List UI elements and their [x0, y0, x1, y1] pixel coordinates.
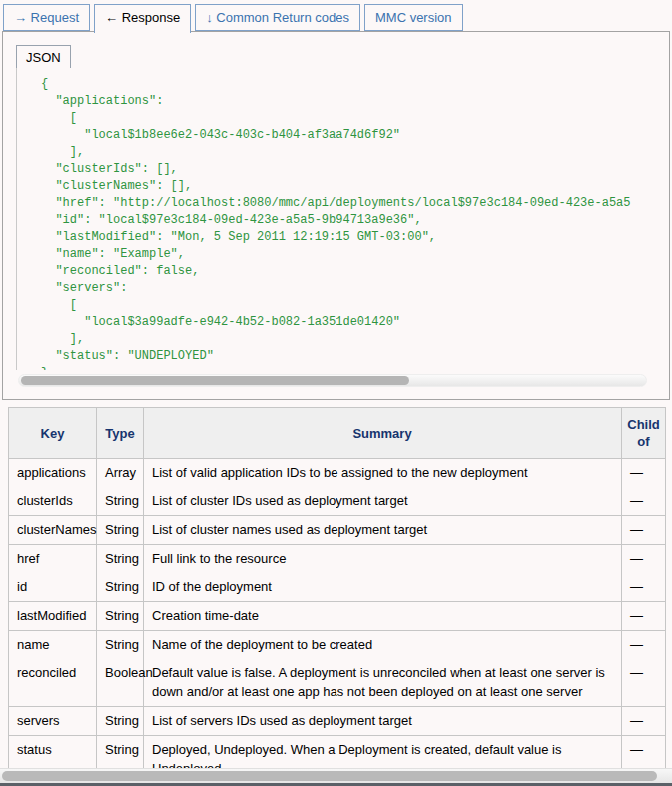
cell-summary: ID of the deployment	[144, 573, 622, 602]
tab-request[interactable]: → Request	[3, 4, 90, 31]
cell-summary: Full link to the resource	[144, 545, 622, 574]
code-line: "servers":	[41, 280, 653, 297]
table-row: clusterIdsStringList of cluster IDs used…	[9, 487, 666, 516]
page-horizontal-scrollbar[interactable]	[0, 768, 672, 783]
tab-mmc-version[interactable]: MMC version	[364, 4, 463, 31]
code-line: [	[41, 110, 653, 127]
cell-summary: Default value is false. A deployment is …	[144, 659, 622, 707]
table-row: reconciledBooleanDefault value is false.…	[9, 659, 666, 707]
code-line: "href": "http://localhost:8080/mmc/api/d…	[41, 195, 653, 212]
cell-child-of: —	[622, 659, 666, 707]
table-row: applicationsArrayList of valid applicati…	[9, 459, 666, 488]
table-row: clusterNamesStringList of cluster names …	[9, 516, 666, 545]
table-row: idStringID of the deployment—	[9, 573, 666, 602]
tab-response[interactable]: ← Response	[94, 4, 191, 33]
cell-type: String	[97, 707, 144, 736]
tab-json[interactable]: JSON	[16, 45, 71, 68]
cell-child-of: —	[622, 602, 666, 631]
cell-type: String	[97, 487, 144, 516]
page-scrollbar-thumb[interactable]	[2, 771, 657, 781]
cell-child-of: —	[622, 487, 666, 516]
table-row: nameStringName of the deployment to be c…	[9, 631, 666, 660]
cell-key: clusterNames	[9, 516, 97, 545]
cell-summary: Name of the deployment to be created	[144, 631, 622, 660]
code-line: ],	[41, 331, 653, 348]
cell-child-of: —	[622, 545, 666, 574]
cell-child-of: —	[622, 573, 666, 602]
code-line: "local$3a99adfe-e942-4b52-b082-1a351de01…	[41, 314, 653, 331]
code-line: "applications":	[41, 93, 653, 110]
json-code: { "applications": [ "local$1b8ee6e2-043c…	[16, 68, 653, 370]
cell-child-of: —	[622, 516, 666, 545]
cell-key: name	[9, 631, 97, 660]
code-line: "clusterIds": [],	[41, 161, 653, 178]
cell-key: servers	[9, 707, 97, 736]
cell-key: href	[9, 545, 97, 574]
response-panel: JSON { "applications": [ "local$1b8ee6e2…	[2, 31, 670, 400]
cell-summary: Creation time-date	[144, 602, 622, 631]
code-line: "name": "Example",	[41, 246, 653, 263]
code-line: "status": "UNDEPLOYED"	[41, 348, 653, 365]
table-header: Key Type Summary Child of	[9, 408, 666, 459]
table-row: lastModifiedStringCreation time-date—	[9, 602, 666, 631]
cell-summary: List of cluster IDs used as deployment t…	[144, 487, 622, 516]
cell-type: Array	[97, 459, 144, 488]
response-spec-table: Key Type Summary Child of applicationsAr…	[8, 407, 666, 784]
table-row: hrefStringFull link to the resource—	[9, 545, 666, 574]
cell-type: String	[97, 602, 144, 631]
cell-type: String	[97, 516, 144, 545]
cell-key: clusterIds	[9, 487, 97, 516]
cell-key: applications	[9, 459, 97, 488]
spec-table-body: applicationsArrayList of valid applicati…	[9, 459, 666, 784]
code-horizontal-scrollbar[interactable]	[18, 374, 647, 387]
cell-type: String	[97, 545, 144, 574]
tab-common-return-codes[interactable]: ↓ Common Return codes	[195, 4, 360, 31]
code-line: "lastModified": "Mon, 5 Sep 2011 12:19:1…	[41, 229, 653, 246]
code-line: {	[41, 76, 653, 93]
cell-child-of: —	[622, 707, 666, 736]
cell-child-of: —	[622, 459, 666, 488]
header-summary: Summary	[144, 408, 622, 459]
cell-summary: List of servers IDs used as deployment t…	[144, 707, 622, 736]
code-line: "local$1b8ee6e2-043c-403c-b404-af3aa74d6…	[41, 127, 653, 144]
code-line: "clusterNames": [],	[41, 178, 653, 195]
code-line: "id": "local$97e3c184-09ed-423e-a5a5-9b9…	[41, 212, 653, 229]
code-line: "reconciled": false,	[41, 263, 653, 280]
header-type: Type	[97, 408, 144, 459]
header-child-of: Child of	[622, 408, 666, 459]
code-line: }	[41, 365, 653, 370]
cell-summary: List of cluster names used as deployment…	[144, 516, 622, 545]
cell-summary: List of valid application IDs to be assi…	[144, 459, 622, 488]
cell-child-of: —	[622, 631, 666, 660]
doc-tabbar: → Request ← Response ↓ Common Return cod…	[0, 0, 672, 31]
cell-key: reconciled	[9, 659, 97, 707]
cell-type: String	[97, 631, 144, 660]
cell-type: String	[97, 573, 144, 602]
header-key: Key	[9, 408, 97, 459]
code-scrollbar-thumb[interactable]	[21, 376, 409, 385]
code-line: ],	[41, 144, 653, 161]
cell-key: id	[9, 573, 97, 602]
table-row: serversStringList of servers IDs used as…	[9, 707, 666, 736]
cell-key: lastModified	[9, 602, 97, 631]
cell-type: Boolean	[97, 659, 144, 707]
code-line: [	[41, 297, 653, 314]
